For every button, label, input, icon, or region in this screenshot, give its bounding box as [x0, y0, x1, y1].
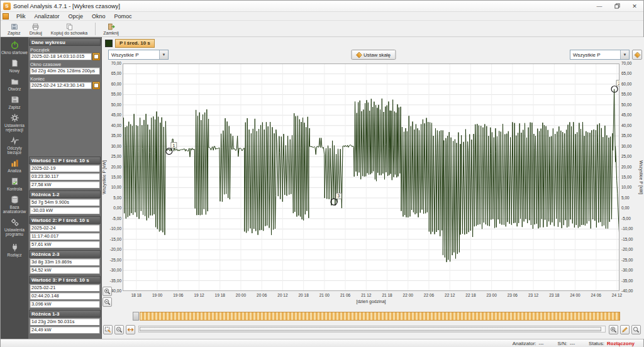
diff-2-3-header: Różnica 2-3: [29, 250, 101, 258]
x-tick-label: 21 12: [356, 293, 376, 297]
x-tick-label: 23 06: [502, 293, 523, 297]
value-3-date[interactable]: 2025-02-21: [30, 284, 100, 292]
y-tick-label: 5,00: [103, 196, 121, 200]
plot-area[interactable]: 132: [123, 63, 619, 291]
x-tick-label: 24 12: [607, 293, 627, 297]
sidebar-item-rozlacz[interactable]: Rozłącz: [1, 241, 28, 259]
series-color-swatch[interactable]: [105, 40, 113, 47]
value-2-time[interactable]: 11:17:40.017: [30, 233, 100, 240]
zoom-reset-button[interactable]: [631, 325, 641, 334]
chart-data-panel: Dane wykresu Początek 2025-02-18 14:03:1…: [28, 37, 102, 339]
sidebar-item-zapisz[interactable]: Zapisz: [1, 93, 28, 111]
menu-plik[interactable]: Plik: [12, 12, 30, 20]
menu-okno[interactable]: Okno: [87, 12, 110, 20]
analyzer-value: ---: [539, 341, 544, 346]
diff-1-2-time[interactable]: 5d 7g 54m 9.900s: [30, 199, 100, 206]
y-axis-title-right: Wszystkie P [kW]: [638, 63, 643, 291]
sidebar-item-nowy[interactable]: Nowy: [1, 57, 28, 75]
set-scale-button[interactable]: Ustaw skalę: [351, 50, 396, 60]
menu-pomoc[interactable]: Pomoc: [110, 12, 136, 20]
close-button[interactable]: ✕: [626, 1, 643, 11]
print-icon: [31, 23, 40, 31]
series-settings-button[interactable]: [632, 50, 642, 60]
sidebar-item-okno-startowe[interactable]: Okno startowe: [1, 38, 28, 57]
y-tick-label: 35,00: [103, 133, 121, 138]
sidebar-item-odczyty-biezace[interactable]: Odczyty bieżące: [1, 134, 28, 157]
y-tick-label: 60,00: [103, 82, 121, 86]
horizontal-scrollbar[interactable]: [138, 326, 606, 333]
y-axis-filter-left[interactable]: Wszystkie P ▼: [108, 50, 169, 60]
diff-1-3-power[interactable]: 24,49 kW: [30, 326, 100, 334]
value-3-time[interactable]: 02:44:20.148: [30, 292, 100, 300]
data-range-band[interactable]: [140, 312, 620, 321]
value-3-header: Wartość 3: P I śred. 10 s: [29, 276, 101, 284]
close-chart-button[interactable]: Zamknij: [99, 21, 123, 37]
minimize-button[interactable]: —: [591, 1, 608, 11]
y-axis-filter-right[interactable]: Wszystkie P ▼: [570, 50, 630, 60]
scrollbar-thumb[interactable]: [140, 327, 601, 331]
chart-controls-row: Wszystkie P ▼ Ustaw skalę Wszystkie P ▼: [102, 50, 644, 61]
x-tick-label: 18 18: [126, 293, 147, 297]
value-2-section: Wartość 2: P I śred. 10 s 2025-02-24 11:…: [28, 216, 101, 248]
save-button[interactable]: Zapisz: [3, 21, 25, 37]
y-tick-label: 50,00: [103, 102, 121, 107]
diff-2-3-power[interactable]: 54,52 kW: [30, 267, 100, 274]
start-picker-button[interactable]: [92, 53, 100, 60]
print-button[interactable]: Drukuj: [25, 21, 47, 37]
y-tick-label: 65,00: [103, 71, 121, 75]
range-band-handle[interactable]: [133, 312, 139, 321]
scroll-row: [102, 324, 644, 334]
diff-1-3-time[interactable]: 1d 23g 20m 50.031s: [30, 318, 100, 326]
series-legend-chip[interactable]: P I śred. 10 s: [115, 39, 155, 48]
sidebar-item-ustawienia-programu[interactable]: Ustawienia programu: [1, 216, 28, 238]
y-tick-label: 0,00: [103, 206, 121, 210]
sidebar-item-kontrola[interactable]: Kontrola: [1, 175, 28, 193]
value-3-power[interactable]: 3,096 kW: [30, 300, 100, 308]
marker-label: 3: [338, 194, 340, 198]
y-tick-label: -30,00: [103, 268, 121, 272]
chart-area: P I śred. 10 s Wszystkie P ▼ Ustaw skalę…: [102, 37, 644, 339]
start-time-field[interactable]: 2025-02-18 14:03:10.015: [30, 53, 92, 60]
sidebar-item-baza-analizatorow[interactable]: Baza analizatorów: [1, 193, 28, 216]
zoom-in-y-button[interactable]: [103, 287, 112, 296]
zoom-select-button[interactable]: [103, 325, 113, 334]
end-picker-button[interactable]: [92, 82, 100, 89]
pan-button[interactable]: [126, 325, 135, 334]
y-tick-label: 20,00: [103, 165, 121, 169]
menu-opcje[interactable]: Opcje: [64, 12, 88, 20]
diff-1-2-power[interactable]: -30,03 kW: [30, 207, 100, 214]
time-window-field[interactable]: 5d 22g 40m 20s 128ms 200µs: [30, 67, 100, 75]
sidebar: Okno startowe Nowy Otwórz Zapisz Ustawie…: [1, 37, 28, 339]
edit-scale-button[interactable]: [620, 325, 630, 334]
sidebar-item-otworz[interactable]: Otwórz: [1, 75, 28, 93]
mdi-window-icon[interactable]: [3, 13, 9, 19]
open-folder-icon: [10, 77, 19, 86]
copy-to-clipboard-button[interactable]: Kopiuj do schowka: [47, 21, 92, 37]
zoom-column: [103, 287, 112, 307]
sidebar-item-ustawienia-rejestracji[interactable]: Ustawienia rejestracji: [1, 111, 28, 134]
panel-header-dane-wykresu: Dane wykresu: [29, 38, 101, 46]
marker-3[interactable]: [331, 199, 337, 205]
calendar-icon: [94, 54, 99, 59]
zoom-out-x-button[interactable]: [114, 325, 124, 334]
diff-2-3-time[interactable]: 3d 8g 33m 19.869s: [30, 258, 100, 266]
y-tick-label: 55,00: [103, 92, 121, 96]
value-1-time[interactable]: 03:23:30.117: [30, 173, 100, 180]
zoom-in-x-button[interactable]: [609, 325, 618, 334]
exit-door-icon: [107, 23, 115, 31]
y-tick-label: 30,00: [103, 144, 121, 148]
value-2-power[interactable]: 57,61 kW: [30, 241, 100, 248]
value-2-date[interactable]: 2025-02-24: [30, 224, 100, 232]
menu-analizator[interactable]: Analizator: [30, 12, 64, 20]
marker-label: 1: [172, 143, 175, 148]
sn-value: ---: [570, 341, 575, 346]
restore-button[interactable]: [608, 1, 626, 11]
status-value: Rozłączony: [607, 341, 635, 346]
end-time-field[interactable]: 2025-02-24 12:43:30.143: [30, 82, 92, 89]
zoom-out-y-button[interactable]: [103, 297, 112, 307]
sidebar-item-analiza[interactable]: Analiza: [1, 157, 28, 175]
value-1-date[interactable]: 2025-02-19: [30, 165, 100, 172]
sn-label: S/N:: [558, 341, 568, 346]
y-axis-labels-left: 70,0065,0060,0055,0050,0045,0040,0035,00…: [103, 63, 121, 291]
value-1-power[interactable]: 27,58 kW: [30, 181, 100, 189]
